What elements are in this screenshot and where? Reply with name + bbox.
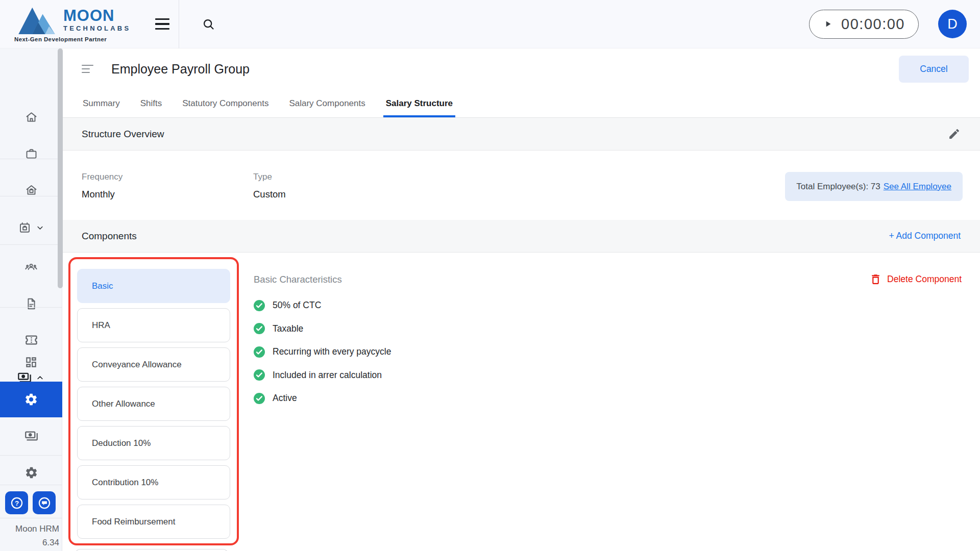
- brand-tagline: Next-Gen Development Partner: [14, 36, 131, 42]
- cancel-button[interactable]: Cancel: [899, 56, 969, 83]
- structure-overview-bar: Structure Overview: [62, 118, 980, 151]
- sidebar-item-documents[interactable]: [0, 297, 62, 311]
- tab[interactable]: Salary Structure: [385, 89, 454, 117]
- detail-title: Basic Characteristics: [254, 274, 342, 285]
- topbar-right: 00:00:00 D: [809, 10, 980, 39]
- home-icon: [24, 110, 38, 124]
- detail-header: Basic Characteristics Delete Component: [254, 253, 962, 286]
- check-circle-icon: [254, 393, 265, 404]
- overview-field: Type Custom: [253, 151, 425, 200]
- chevron-down-icon: [35, 223, 45, 233]
- play-icon[interactable]: [823, 19, 833, 29]
- page-title: Employee Payroll Group: [111, 62, 250, 77]
- delete-component-label: Delete Component: [887, 274, 962, 285]
- component-item[interactable]: Conveyance Allowance: [77, 347, 230, 382]
- sidebar-item-employees[interactable]: [0, 260, 62, 274]
- sidebar-divider: [0, 244, 62, 245]
- component-item[interactable]: Contribution 10%: [77, 465, 230, 499]
- field-label: Type: [253, 172, 425, 182]
- component-label: Food Reimbursement: [92, 517, 175, 527]
- component-item[interactable]: HRA: [77, 308, 230, 342]
- sidebar-footer: Moon HRM 6.34: [15, 522, 59, 549]
- tab-label: Summary: [83, 98, 120, 109]
- component-label: HRA: [92, 320, 110, 331]
- sidebar-item-schedule[interactable]: [0, 221, 62, 235]
- page-header: Employee Payroll Group Cancel: [62, 48, 980, 89]
- gear-icon: [24, 466, 38, 480]
- main-panel: Employee Payroll Group Cancel Summary Sh…: [62, 48, 980, 551]
- edit-button[interactable]: [948, 128, 961, 140]
- sidebar-divider: [0, 485, 62, 485]
- characteristic-text: Recurring with every paycycle: [273, 346, 391, 357]
- topbar: MOON TECHNOLABS Next-Gen Development Par…: [0, 0, 980, 48]
- trash-icon: [869, 273, 882, 286]
- component-item[interactable]: Deduction 10%: [77, 426, 230, 460]
- sidebar-help-row: ?: [5, 491, 56, 514]
- component-item[interactable]: Food Reimbursement: [77, 505, 230, 539]
- document-icon: [24, 297, 38, 311]
- overview-body: Frequency Monthly Type Custom Total Empl…: [62, 151, 980, 220]
- delete-component-button[interactable]: Delete Component: [869, 273, 962, 286]
- sidebar-item-home[interactable]: [0, 110, 62, 124]
- mountain-logo-icon: [14, 6, 58, 34]
- moon-hrm-app: MOON TECHNOLABS Next-Gen Development Par…: [0, 0, 980, 551]
- component-label: Basic: [92, 281, 113, 291]
- component-item[interactable]: Other Allowance: [77, 387, 230, 421]
- sort-lines-icon: [82, 65, 94, 73]
- characteristic-text: Included in arrer calculation: [273, 370, 382, 381]
- component-label: Conveyance Allowance: [92, 360, 182, 370]
- tab[interactable]: Salary Components: [288, 89, 366, 117]
- help-button[interactable]: ?: [5, 491, 28, 514]
- characteristic-row: Recurring with every paycycle: [254, 340, 962, 364]
- check-circle-icon: [254, 346, 265, 358]
- tab-label: Salary Components: [289, 98, 365, 109]
- sidebar-divider: [0, 196, 62, 196]
- avatar[interactable]: D: [938, 10, 967, 38]
- sidebar-divider: [0, 518, 62, 518]
- component-item[interactable]: Basic: [77, 269, 230, 303]
- characteristic-text: Taxable: [273, 323, 303, 334]
- component-label: Contribution 10%: [92, 478, 158, 488]
- check-circle-icon: [254, 323, 265, 334]
- payments-icon: [24, 429, 38, 443]
- logo-wordmark: MOON TECHNOLABS: [63, 8, 131, 32]
- tab[interactable]: Statutory Components: [181, 89, 270, 117]
- field-value: Custom: [253, 189, 425, 200]
- help-icon: ?: [10, 496, 24, 510]
- tab-label: Salary Structure: [386, 98, 453, 109]
- characteristic-row: Included in arrer calculation: [254, 364, 962, 387]
- brand-logo: MOON TECHNOLABS Next-Gen Development Par…: [14, 6, 131, 42]
- sidebar-item-tickets[interactable]: [0, 333, 62, 347]
- search-icon[interactable]: [202, 17, 215, 31]
- characteristic-row: Taxable: [254, 317, 962, 341]
- section-title: Structure Overview: [82, 129, 164, 140]
- hamburger-menu-icon[interactable]: [155, 18, 170, 30]
- home-work-icon: [24, 183, 38, 197]
- field-value: Monthly: [82, 189, 253, 200]
- annotation-highlight-box: Basic HRA Conveyance Allowance Other All…: [68, 257, 239, 545]
- tab-label: Shifts: [140, 98, 162, 109]
- component-label: Deduction 10%: [92, 438, 151, 448]
- scrollbar-thumb[interactable]: [58, 48, 63, 288]
- tab[interactable]: Shifts: [139, 89, 163, 117]
- timer-value: 00:00:00: [841, 16, 905, 33]
- chat-icon: [37, 496, 52, 510]
- sidebar-item-payments[interactable]: [0, 429, 62, 443]
- brand-name: MOON: [63, 8, 131, 23]
- characteristic-text: 50% of CTC: [273, 300, 321, 311]
- characteristic-text: Active: [273, 393, 297, 404]
- sidebar-divider: [0, 159, 62, 159]
- add-component-button[interactable]: + Add Component: [889, 231, 961, 241]
- brand-subname: TECHNOLABS: [63, 24, 131, 32]
- sidebar-item-dashboard[interactable]: [0, 356, 62, 369]
- components-bar: Components + Add Component: [62, 220, 980, 253]
- sidebar-item-admin-settings[interactable]: [0, 466, 62, 480]
- logo-row: MOON TECHNOLABS: [14, 6, 131, 34]
- time-tracker[interactable]: 00:00:00: [809, 10, 919, 39]
- characteristic-row: 50% of CTC: [254, 294, 962, 317]
- sidebar-item-settings-active[interactable]: [0, 382, 62, 417]
- sidebar-item-work-from-home[interactable]: [0, 183, 62, 197]
- tab[interactable]: Summary: [82, 89, 121, 117]
- feedback-button[interactable]: [33, 491, 56, 514]
- see-all-employee-link[interactable]: See All Employee: [884, 182, 951, 192]
